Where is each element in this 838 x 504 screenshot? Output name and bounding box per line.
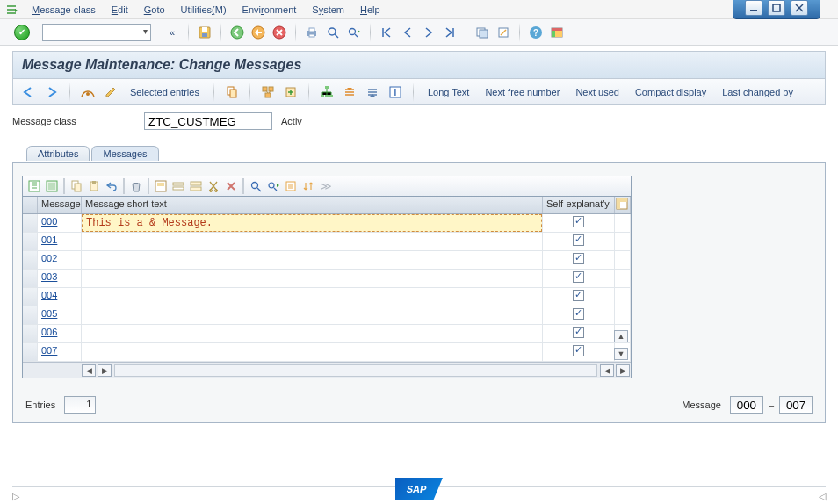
find-icon[interactable] <box>324 24 342 41</box>
message-number-link[interactable]: 002 <box>41 253 57 263</box>
menu-utilities[interactable]: Utilities(M) <box>179 3 228 17</box>
grid-vscroll-down[interactable]: ▼ <box>614 348 628 360</box>
grid-paste-icon[interactable] <box>86 178 102 194</box>
hierarchy-icon[interactable] <box>318 83 336 101</box>
row-selector[interactable] <box>23 251 38 269</box>
command-field[interactable] <box>42 24 151 41</box>
message-number-link[interactable]: 007 <box>41 345 57 356</box>
self-explanatory-checkbox[interactable] <box>573 271 584 283</box>
status-right-handle[interactable]: ◁ <box>819 491 826 502</box>
next-free-number-button[interactable]: Next free number <box>480 85 565 99</box>
grid-undo-icon[interactable] <box>104 178 119 194</box>
help-icon[interactable]: ? <box>527 24 545 41</box>
grid-hscroll-right2[interactable]: ▶ <box>616 364 630 377</box>
grid-trash-icon[interactable] <box>128 178 144 194</box>
range-from-input[interactable] <box>730 396 763 414</box>
self-explanatory-cell[interactable] <box>543 251 615 269</box>
self-explanatory-checkbox[interactable] <box>573 216 584 227</box>
self-explanatory-cell[interactable] <box>543 306 615 324</box>
close-button[interactable] <box>791 0 808 16</box>
grid-settings-icon[interactable] <box>283 178 299 194</box>
status-left-handle[interactable]: ▷ <box>12 491 19 502</box>
message-text-input[interactable] <box>82 214 542 232</box>
self-explanatory-cell[interactable] <box>543 214 615 232</box>
message-number-link[interactable]: 003 <box>41 271 57 282</box>
enter-button[interactable]: ✔ <box>14 25 30 40</box>
prev-page-icon[interactable] <box>399 24 416 41</box>
message-number-cell[interactable]: 006 <box>38 325 82 342</box>
self-explanatory-cell[interactable] <box>543 343 615 361</box>
row-selector[interactable] <box>23 306 38 324</box>
last-page-icon[interactable] <box>441 24 459 41</box>
grid-hscroll-left[interactable]: ◀ <box>82 364 96 377</box>
first-page-icon[interactable] <box>378 24 395 41</box>
message-text-cell[interactable] <box>82 214 543 232</box>
self-explanatory-checkbox[interactable] <box>573 253 584 264</box>
grid-ins-row-icon[interactable] <box>170 178 186 194</box>
menu-help[interactable]: Help <box>358 3 382 17</box>
message-number-cell[interactable]: 001 <box>38 233 82 250</box>
message-number-cell[interactable]: 002 <box>38 251 82 269</box>
row-selector[interactable] <box>23 270 38 287</box>
cancel-icon[interactable] <box>271 24 288 41</box>
grid-more-icon[interactable]: ≫ <box>318 178 334 194</box>
row-selector[interactable] <box>23 325 38 342</box>
find-next-icon[interactable] <box>345 24 363 41</box>
row-selector[interactable] <box>23 233 38 250</box>
grid-hscroll-right[interactable]: ▶ <box>98 364 112 377</box>
message-number-cell[interactable]: 003 <box>38 270 82 287</box>
grid-new-row-icon[interactable] <box>26 178 42 194</box>
menu-environment[interactable]: Environment <box>241 3 299 17</box>
message-number-link[interactable]: 005 <box>41 308 57 319</box>
message-number-cell[interactable]: 004 <box>38 288 82 306</box>
message-number-link[interactable]: 006 <box>41 327 57 337</box>
next-used-button[interactable]: Next used <box>570 85 625 99</box>
collapse-all-icon[interactable] <box>364 83 381 101</box>
range-to-input[interactable] <box>779 396 813 414</box>
row-selector[interactable] <box>23 343 38 361</box>
layout-menu-icon[interactable] <box>548 24 566 41</box>
message-number-cell[interactable]: 000 <box>38 214 82 232</box>
selected-entries-button[interactable]: Selected entries <box>125 85 205 99</box>
message-number-link[interactable]: 001 <box>41 234 57 245</box>
grid-dup-row-icon[interactable] <box>188 178 204 194</box>
exit-icon[interactable] <box>249 24 267 41</box>
message-text-cell[interactable] <box>82 343 543 361</box>
self-explanatory-cell[interactable] <box>543 233 615 250</box>
grid-sort-icon[interactable] <box>300 178 316 194</box>
grid-header-message[interactable]: Message <box>38 197 82 213</box>
self-explanatory-cell[interactable] <box>543 270 615 287</box>
grid-config-icon[interactable] <box>615 197 631 213</box>
message-text-cell[interactable] <box>82 251 543 269</box>
copy-icon[interactable] <box>223 83 241 101</box>
grid-delete-icon[interactable] <box>223 178 239 194</box>
grid-header-short-text[interactable]: Message short text <box>82 197 543 213</box>
grid-find-next-icon[interactable] <box>265 178 281 194</box>
display-change-icon[interactable] <box>79 83 97 101</box>
message-text-cell[interactable] <box>82 233 543 250</box>
row-selector[interactable] <box>23 214 38 232</box>
menu-system[interactable]: System <box>310 3 346 17</box>
grid-find-icon[interactable] <box>248 178 264 194</box>
message-number-cell[interactable]: 005 <box>38 306 82 324</box>
command-field-expand-icon[interactable] <box>5 4 18 16</box>
self-explanatory-checkbox[interactable] <box>573 345 584 356</box>
long-text-button[interactable]: Long Text <box>423 85 475 99</box>
grid-select-all-icon[interactable] <box>44 178 60 194</box>
grid-hscroll-left2[interactable]: ◀ <box>600 364 614 377</box>
save-icon[interactable] <box>196 24 213 41</box>
message-text-cell[interactable] <box>82 306 543 324</box>
message-number-link[interactable]: 004 <box>41 290 57 300</box>
expand-all-icon[interactable] <box>341 83 358 101</box>
grid-cut-icon[interactable] <box>206 178 221 194</box>
menu-message-class[interactable]: Message class <box>30 3 98 17</box>
grid-vscroll-up[interactable]: ▲ <box>614 330 628 342</box>
next-page-icon[interactable] <box>420 24 437 41</box>
self-explanatory-cell[interactable] <box>543 288 615 306</box>
create-shortcut-icon[interactable] <box>495 24 512 41</box>
grid-header-selector[interactable] <box>23 197 38 213</box>
history-back-icon[interactable]: « <box>163 24 181 41</box>
grid-select-block-icon[interactable] <box>153 178 169 194</box>
self-explanatory-checkbox[interactable] <box>573 234 584 246</box>
message-text-cell[interactable] <box>82 270 543 287</box>
